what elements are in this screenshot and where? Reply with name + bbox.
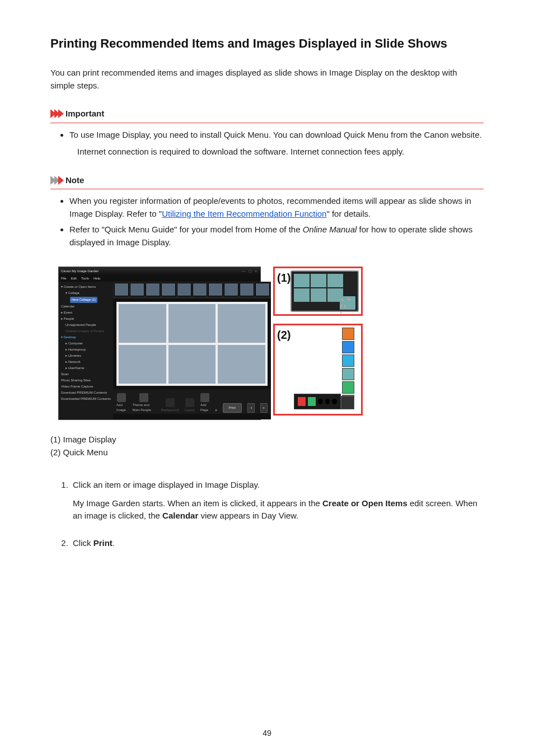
figure-row: Canon My Image Garden — ▢ × FileEdit Too… (58, 267, 484, 420)
recommendation-link[interactable]: Utilizing the Item Recommendation Functi… (162, 209, 326, 218)
callout-number-1: (1) (277, 269, 291, 286)
important-label: Important (65, 108, 104, 120)
legend-2: (2) Quick Menu (50, 446, 484, 459)
note-item-2: Refer to "Quick Menu Guide" for your mod… (69, 223, 484, 249)
note-item-1: When you register information of people/… (69, 195, 484, 220)
step-2: Click Print. (71, 537, 484, 550)
quick-menu-mock (291, 328, 359, 412)
important-item: To use Image Display, you need to instal… (69, 129, 484, 142)
callout-quick-menu: (2) (273, 324, 363, 416)
window-buttons: — ▢ × (242, 269, 258, 274)
page-title: Printing Recommended Items and Images Di… (50, 34, 484, 53)
callout-image-display: (1) ◀ ▶ ▮▮ × (273, 267, 363, 316)
collage-canvas (116, 302, 268, 386)
chevron-icon (50, 109, 62, 118)
intro-paragraph: You can print recommended items and imag… (50, 67, 484, 92)
app-toolbar: Add Image Theme and Main People Backgrou… (113, 389, 271, 414)
app-menubar: FileEdit ToolsHelp (59, 275, 260, 282)
app-sidebar: Create or Open Items Collage New Collage… (59, 282, 113, 419)
chevron-icon (50, 176, 62, 185)
note-header: Note (50, 174, 484, 190)
thumb-strip (113, 282, 271, 298)
note-label: Note (65, 174, 84, 187)
callout-number-2: (2) (277, 326, 291, 343)
app-print-button: Print (223, 403, 242, 413)
app-screenshot: Canon My Image Garden — ▢ × FileEdit Too… (58, 267, 261, 420)
important-header: Important (50, 108, 484, 123)
page-number: 49 (0, 727, 534, 739)
important-extra: Internet connection is required to downl… (77, 146, 484, 158)
legend-1: (1) Image Display (50, 433, 484, 446)
step-1: Click an item or image displayed in Imag… (71, 479, 484, 522)
image-display-frame: ◀ ▶ ▮▮ × (291, 270, 359, 312)
app-title: Canon My Image Garden (61, 269, 99, 274)
